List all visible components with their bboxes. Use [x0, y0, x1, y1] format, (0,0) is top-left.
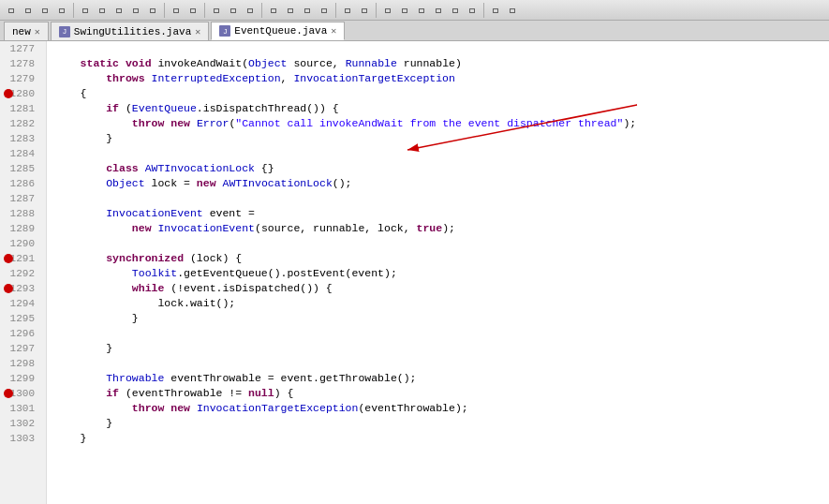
toolbar-icon-25[interactable]: ◻ [448, 3, 463, 18]
code-token: Error [197, 116, 229, 131]
code-token: while [132, 281, 165, 296]
toolbar-icon-1[interactable]: ◻ [4, 3, 19, 18]
toolbar-icon-9[interactable]: ◻ [145, 3, 160, 18]
code-token: Object [248, 56, 287, 71]
code-line-1293: while (!event.isDispatched()) { [47, 281, 829, 296]
tab-new[interactable]: new ✕ [4, 22, 49, 40]
toolbar-icon-10[interactable]: ◻ [169, 3, 184, 18]
toolbar-icon-14[interactable]: ◻ [243, 3, 258, 18]
code-token: void [126, 56, 152, 71]
line-number-1289: 1289 [0, 221, 40, 236]
code-line-1299: Throwable eventThrowable = event.getThro… [47, 371, 829, 386]
code-line-1291: synchronized (lock) { [47, 251, 829, 266]
toolbar-icon-15[interactable]: ◻ [266, 3, 281, 18]
line-number-1282: 1282 [0, 116, 40, 131]
code-token [54, 386, 106, 401]
toolbar-sep-7 [483, 3, 484, 18]
code-token [152, 221, 158, 236]
code-line-1281: if (EventQueue.isDispatchThread()) { [47, 101, 829, 116]
toolbar-icon-3[interactable]: ◻ [37, 3, 52, 18]
toolbar-icon-11[interactable]: ◻ [185, 3, 200, 18]
code-token: , [281, 71, 294, 86]
line-number-1279: 1279 [0, 71, 40, 86]
toolbar-sep-5 [335, 3, 336, 18]
toolbar-icon-21[interactable]: ◻ [380, 3, 395, 18]
code-line-1280: { [47, 86, 829, 101]
toolbar-icon-26[interactable]: ◻ [465, 3, 480, 18]
line-number-1291: 1291 [0, 251, 40, 266]
toolbar-icon-27[interactable]: ◻ [488, 3, 503, 18]
toolbar-icon-6[interactable]: ◻ [95, 3, 110, 18]
code-line-1296 [47, 326, 829, 341]
code-token [54, 206, 106, 221]
code-token: {} [255, 161, 274, 176]
code-token: (eventThrowable); [358, 401, 467, 416]
code-token: (eventThrowable != [119, 386, 248, 401]
code-token: { [54, 86, 87, 101]
toolbar-icon-4[interactable]: ◻ [54, 3, 69, 18]
tab-eventqueue-label: EventQueue.java [234, 25, 327, 37]
code-token [216, 176, 223, 191]
line-number-1294: 1294 [0, 296, 40, 311]
code-token: InvocationTargetException [293, 71, 455, 86]
code-token: throw [132, 116, 165, 131]
toolbar-icon-17[interactable]: ◻ [300, 3, 315, 18]
code-token: event = [203, 206, 255, 221]
code-token: eventThrowable = event.getThrowable(); [164, 371, 416, 386]
line-number-1280: 1280 [0, 86, 40, 101]
code-token: InvocationTargetException [197, 401, 359, 416]
code-token: invokeAndWait( [152, 56, 249, 71]
toolbar-icon-22[interactable]: ◻ [397, 3, 412, 18]
toolbar-icon-23[interactable]: ◻ [414, 3, 429, 18]
code-token [54, 296, 157, 311]
code-token: true [417, 221, 443, 236]
code-token: new [132, 221, 152, 236]
toolbar-icon-24[interactable]: ◻ [431, 3, 446, 18]
toolbar-sep-3 [204, 3, 205, 18]
code-token [190, 116, 197, 131]
code-token [54, 251, 106, 266]
tab-swingutilities-close[interactable]: ✕ [195, 26, 200, 37]
toolbar-icon-2[interactable]: ◻ [21, 3, 36, 18]
code-token: null [248, 386, 274, 401]
code-token: } [54, 341, 112, 356]
line-number-1286: 1286 [0, 176, 40, 191]
toolbar-icon-18[interactable]: ◻ [317, 3, 332, 18]
code-token: ( [229, 116, 235, 131]
tab-swingutilities[interactable]: J SwingUtilities.java ✕ [51, 22, 209, 40]
code-token: Object [106, 176, 144, 191]
tabs-bar: new ✕ J SwingUtilities.java ✕ J EventQue… [0, 21, 829, 41]
tab-eventqueue-close[interactable]: ✕ [331, 25, 336, 37]
code-token: InterruptedException [152, 71, 281, 86]
tab-eventqueue[interactable]: J EventQueue.java ✕ [211, 22, 345, 40]
toolbar-icon-19[interactable]: ◻ [340, 3, 355, 18]
toolbar-icon-28[interactable]: ◻ [505, 3, 520, 18]
line-number-1298: 1298 [0, 356, 40, 371]
line-number-1295: 1295 [0, 311, 40, 326]
code-token: ); [623, 116, 636, 131]
code-line-1277 [47, 41, 829, 56]
code-token: source, [288, 56, 346, 71]
line-number-1296: 1296 [0, 326, 40, 341]
toolbar-icon-8[interactable]: ◻ [128, 3, 143, 18]
code-line-1284 [47, 146, 829, 161]
toolbar-icon-12[interactable]: ◻ [209, 3, 224, 18]
toolbar-icon-16[interactable]: ◻ [283, 3, 298, 18]
code-token: } [54, 416, 112, 431]
code-line-1287 [47, 191, 829, 206]
code-line-1283: } [47, 131, 829, 146]
line-number-1278: 1278 [0, 56, 40, 71]
code-line-1298 [47, 356, 829, 371]
code-token: throw [132, 401, 165, 416]
toolbar-icon-7[interactable]: ◻ [111, 3, 126, 18]
code-token [190, 401, 197, 416]
code-token: Runnable [346, 56, 397, 71]
tab-swingutilities-icon: J [59, 26, 70, 37]
toolbar-icon-5[interactable]: ◻ [78, 3, 93, 18]
tab-new-close[interactable]: ✕ [35, 26, 40, 37]
toolbar-icon-13[interactable]: ◻ [226, 3, 241, 18]
toolbar-icon-20[interactable]: ◻ [357, 3, 372, 18]
code-token: } [54, 311, 139, 326]
code-line-1282: throw new Error("Cannot call invokeAndWa… [47, 116, 829, 131]
code-line-1279: throws InterruptedException, InvocationT… [47, 71, 829, 86]
